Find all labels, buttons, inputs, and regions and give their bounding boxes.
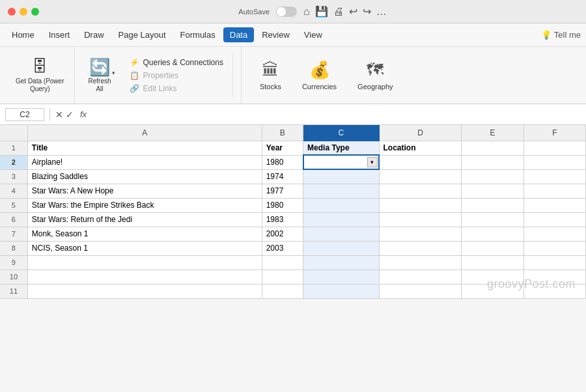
- col-header-b[interactable]: B: [262, 125, 303, 141]
- menu-page-layout[interactable]: Page Layout: [112, 27, 173, 42]
- cell-d3[interactable]: [379, 169, 462, 184]
- cell-d7[interactable]: [379, 227, 462, 241]
- save-icon[interactable]: 💾: [315, 5, 328, 18]
- menu-insert[interactable]: Insert: [42, 27, 77, 42]
- cell-b10[interactable]: [262, 270, 303, 284]
- cell-d10[interactable]: [379, 270, 462, 284]
- cell-f9[interactable]: [523, 255, 585, 270]
- autosave-toggle[interactable]: [276, 7, 297, 17]
- cell-e7[interactable]: [462, 227, 523, 241]
- cell-a4[interactable]: Star Wars: A New Hope: [27, 184, 262, 198]
- formula-input[interactable]: [93, 110, 581, 119]
- cell-d8[interactable]: [379, 241, 462, 255]
- col-header-e[interactable]: E: [462, 125, 523, 141]
- cell-a7[interactable]: Monk, Season 1: [27, 227, 262, 241]
- refresh-all-button[interactable]: 🔄 ▾ RefreshAll: [83, 55, 116, 96]
- cell-a9[interactable]: [27, 255, 262, 270]
- cell-e10[interactable]: [462, 270, 523, 284]
- menu-view[interactable]: View: [298, 27, 329, 42]
- cell-e5[interactable]: [462, 198, 523, 212]
- cell-c8[interactable]: [303, 241, 379, 255]
- cell-a3[interactable]: Blazing Saddles: [27, 169, 262, 184]
- cell-f6[interactable]: [523, 212, 585, 227]
- cell-f3[interactable]: [523, 169, 585, 184]
- cell-e1[interactable]: [462, 141, 523, 155]
- cell-e11[interactable]: [462, 284, 523, 298]
- cell-b6[interactable]: 1983: [262, 212, 303, 227]
- cell-b2[interactable]: 1980: [262, 155, 303, 169]
- cell-c5[interactable]: [303, 198, 379, 212]
- cell-c2[interactable]: ▾: [303, 155, 379, 169]
- cell-d6[interactable]: [379, 212, 462, 227]
- dropdown-arrow-c2[interactable]: ▾: [367, 157, 378, 167]
- home-icon[interactable]: ⌂: [303, 6, 310, 18]
- cell-b1[interactable]: Year: [262, 141, 303, 155]
- cell-a11[interactable]: [27, 284, 262, 298]
- get-data-button[interactable]: 🗄 Get Data (PowerQuery): [13, 55, 66, 96]
- cell-b11[interactable]: [262, 284, 303, 298]
- cell-c11[interactable]: [303, 284, 379, 298]
- cell-f4[interactable]: [523, 184, 585, 198]
- cell-f7[interactable]: [523, 227, 585, 241]
- cell-b9[interactable]: [262, 255, 303, 270]
- cell-f1[interactable]: [523, 141, 585, 155]
- more-icon[interactable]: …: [376, 6, 387, 18]
- cell-reference-box[interactable]: [5, 108, 44, 121]
- cell-a5[interactable]: Star Wars: the Empire Strikes Back: [27, 198, 262, 212]
- cell-b5[interactable]: 1980: [262, 198, 303, 212]
- cell-f5[interactable]: [523, 198, 585, 212]
- menu-data[interactable]: Data: [223, 27, 254, 42]
- minimize-button[interactable]: [20, 8, 27, 16]
- cell-a8[interactable]: NCIS, Season 1: [27, 241, 262, 255]
- edit-links-button[interactable]: 🔗 Edit Links: [127, 83, 226, 94]
- cell-a6[interactable]: Star Wars: Return of the Jedi: [27, 212, 262, 227]
- currencies-button[interactable]: 💰 Currencies: [297, 57, 342, 93]
- queries-connections-button[interactable]: ⚡ Queries & Connections: [127, 57, 226, 68]
- cell-e9[interactable]: [462, 255, 523, 270]
- cell-d11[interactable]: [379, 284, 462, 298]
- cell-b7[interactable]: 2002: [262, 227, 303, 241]
- col-header-d[interactable]: D: [379, 125, 462, 141]
- maximize-button[interactable]: [31, 8, 39, 16]
- undo-icon[interactable]: ↩: [349, 5, 357, 18]
- cell-c3[interactable]: [303, 169, 379, 184]
- cell-b4[interactable]: 1977: [262, 184, 303, 198]
- cell-c4[interactable]: [303, 184, 379, 198]
- cell-c1[interactable]: Media Type: [303, 141, 379, 155]
- cell-e4[interactable]: [462, 184, 523, 198]
- properties-button[interactable]: 📋 Properties: [127, 70, 226, 81]
- cell-c9[interactable]: [303, 255, 379, 270]
- cell-a1[interactable]: Title: [27, 141, 262, 155]
- col-header-a[interactable]: A: [27, 125, 262, 141]
- cell-c6[interactable]: [303, 212, 379, 227]
- cell-e8[interactable]: [462, 241, 523, 255]
- cancel-formula-icon[interactable]: ✕: [55, 109, 63, 120]
- cell-a2[interactable]: Airplane!: [27, 155, 262, 169]
- menu-formulas[interactable]: Formulas: [174, 27, 222, 42]
- cell-f8[interactable]: [523, 241, 585, 255]
- confirm-formula-icon[interactable]: ✓: [66, 109, 74, 120]
- cell-c7[interactable]: [303, 227, 379, 241]
- redo-icon[interactable]: ↪: [363, 5, 371, 18]
- cell-d2[interactable]: [379, 155, 462, 169]
- cell-d4[interactable]: [379, 184, 462, 198]
- cell-e3[interactable]: [462, 169, 523, 184]
- tell-me[interactable]: 💡 Tell me: [541, 30, 581, 40]
- cell-b3[interactable]: 1974: [262, 169, 303, 184]
- print-icon[interactable]: 🖨: [333, 6, 344, 18]
- close-button[interactable]: [8, 8, 16, 16]
- menu-home[interactable]: Home: [5, 27, 41, 42]
- cell-a10[interactable]: [27, 270, 262, 284]
- cell-d9[interactable]: [379, 255, 462, 270]
- cell-f2[interactable]: [523, 155, 585, 169]
- col-header-f[interactable]: F: [523, 125, 585, 141]
- cell-f11[interactable]: [523, 284, 585, 298]
- col-header-c[interactable]: C: [303, 125, 379, 141]
- cell-d5[interactable]: [379, 198, 462, 212]
- cell-e6[interactable]: [462, 212, 523, 227]
- geography-button[interactable]: 🗺 Geography: [352, 57, 398, 93]
- stocks-button[interactable]: 🏛 Stocks: [255, 57, 286, 93]
- cell-c10[interactable]: [303, 270, 379, 284]
- cell-e2[interactable]: [462, 155, 523, 169]
- cell-b8[interactable]: 2003: [262, 241, 303, 255]
